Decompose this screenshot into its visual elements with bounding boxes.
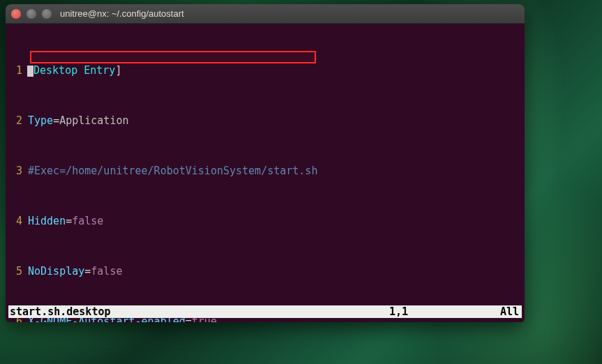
code-content[interactable]: NoDisplay=false	[28, 265, 522, 278]
bracket-close: ]	[115, 64, 121, 77]
cursor	[27, 66, 33, 77]
equals: =	[84, 265, 91, 278]
code-line: 4 Hidden=false	[8, 215, 522, 227]
code-line: 1 Desktop Entry]	[8, 64, 522, 77]
code-line: 5 NoDisplay=false	[8, 265, 522, 278]
status-percent: All	[494, 305, 522, 318]
code-line: 2 Type=Application	[8, 114, 522, 127]
window-buttons	[11, 9, 52, 19]
ini-keyword: false	[91, 265, 122, 278]
ini-value: Application	[59, 114, 128, 127]
section-name: Desktop Entry	[33, 64, 115, 77]
close-icon[interactable]	[11, 9, 21, 19]
line-number: 4	[8, 215, 28, 227]
titlebar[interactable]: unitree@nx: ~/.config/autostart	[6, 4, 525, 24]
maximize-icon[interactable]	[42, 9, 52, 19]
minimize-icon[interactable]	[27, 9, 36, 19]
line-number: 3	[8, 165, 28, 177]
code-content[interactable]: Hidden=false	[28, 215, 522, 227]
equals: =	[66, 215, 72, 227]
comment: #Exec=/home/unitree/RobotVisionSystem/st…	[28, 165, 317, 177]
line-number: 2	[8, 114, 28, 127]
ini-key: NoDisplay	[28, 265, 84, 278]
ini-keyword: false	[72, 215, 103, 227]
code-line: 3 #Exec=/home/unitree/RobotVisionSystem/…	[8, 165, 522, 177]
vim-statusbar: start.sh.desktop 1,1 All	[8, 305, 522, 318]
ini-key: Type	[28, 114, 53, 127]
code-content[interactable]: Desktop Entry]	[28, 64, 522, 77]
status-filename: start.sh.desktop	[8, 305, 389, 318]
equals: =	[53, 114, 59, 127]
editor-area[interactable]: 1 Desktop Entry] 2 Type=Application 3 #E…	[6, 24, 525, 322]
line-number: 1	[8, 64, 28, 77]
window-title: unitree@nx: ~/.config/autostart	[60, 8, 184, 19]
terminal-window: unitree@nx: ~/.config/autostart 1 Deskto…	[6, 4, 525, 322]
code-content[interactable]: #Exec=/home/unitree/RobotVisionSystem/st…	[28, 165, 522, 177]
ini-key: Hidden	[28, 215, 66, 227]
status-position: 1,1	[389, 305, 494, 318]
code-content[interactable]: Type=Application	[28, 114, 522, 127]
line-number: 5	[8, 265, 28, 278]
annotation-highlight	[30, 51, 316, 63]
